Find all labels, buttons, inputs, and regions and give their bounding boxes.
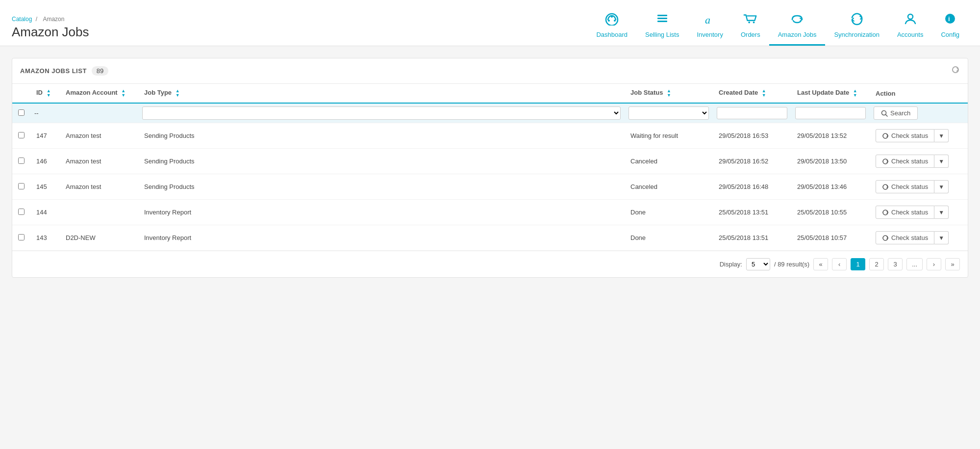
check-status-label: Check status bbox=[891, 183, 928, 190]
check-status-button[interactable]: Check status bbox=[876, 129, 934, 142]
filter-row: -- bbox=[12, 103, 968, 123]
check-status-dropdown[interactable]: ▼ bbox=[934, 129, 949, 142]
check-status-dropdown[interactable]: ▼ bbox=[934, 206, 949, 219]
check-status-label: Check status bbox=[891, 158, 928, 165]
col-job-type[interactable]: Job Type ▲▼ bbox=[138, 84, 625, 103]
row-job-type: Sending Products bbox=[138, 123, 625, 149]
svg-text:a: a bbox=[705, 14, 710, 26]
pagination-page-3[interactable]: 3 bbox=[888, 258, 903, 270]
search-icon bbox=[881, 110, 888, 117]
filter-job-type-select[interactable] bbox=[142, 106, 621, 120]
nav-item-selling-lists[interactable]: Selling Lists bbox=[636, 8, 688, 46]
check-status-label: Check status bbox=[891, 234, 928, 241]
row-checkbox-cell bbox=[12, 123, 30, 149]
filter-status-select[interactable] bbox=[628, 106, 709, 120]
row-checkbox[interactable] bbox=[18, 183, 25, 189]
row-account bbox=[60, 200, 138, 225]
select-all-checkbox[interactable] bbox=[16, 109, 26, 116]
row-checkbox-cell bbox=[12, 174, 30, 200]
nav-item-dashboard[interactable]: Dashboard bbox=[587, 8, 636, 46]
nav-item-synchronization[interactable]: Synchronization bbox=[825, 8, 888, 46]
row-action: Check status ▼ bbox=[870, 174, 968, 200]
filter-status-cell bbox=[625, 103, 713, 123]
sort-updated[interactable]: ▲▼ bbox=[853, 89, 857, 98]
svg-text:i: i bbox=[948, 15, 950, 23]
pagination-prev[interactable]: ‹ bbox=[832, 258, 847, 270]
breadcrumb-catalog[interactable]: Catalog bbox=[12, 16, 32, 23]
col-last-update-date[interactable]: Last Update Date ▲▼ bbox=[791, 84, 870, 103]
table-row: 147 Amazon test Sending Products Waiting… bbox=[12, 123, 968, 149]
sync-icon bbox=[882, 158, 889, 165]
pagination-page-2[interactable]: 2 bbox=[869, 258, 884, 270]
filter-created-cell bbox=[713, 103, 791, 123]
breadcrumb-current: Amazon bbox=[43, 16, 64, 23]
sort-created[interactable]: ▲▼ bbox=[762, 89, 766, 98]
row-checkbox-cell bbox=[12, 200, 30, 225]
table-row: 144 Inventory Report Done 25/05/2018 13:… bbox=[12, 200, 968, 225]
row-checkbox[interactable] bbox=[18, 158, 25, 164]
row-checkbox[interactable] bbox=[18, 209, 25, 215]
pagination-first[interactable]: « bbox=[813, 258, 828, 270]
check-status-button[interactable]: Check status bbox=[876, 206, 934, 219]
nav-item-config[interactable]: i Config bbox=[932, 8, 968, 46]
col-checkbox bbox=[12, 84, 30, 103]
svg-point-3 bbox=[611, 16, 613, 18]
svg-point-11 bbox=[945, 14, 955, 24]
nav-item-accounts[interactable]: Accounts bbox=[888, 8, 932, 46]
display-label: Display: bbox=[720, 261, 742, 268]
row-job-type: Inventory Report bbox=[138, 225, 625, 251]
sort-account[interactable]: ▲▼ bbox=[121, 89, 126, 98]
list-count: 89 bbox=[92, 66, 108, 76]
check-status-button[interactable]: Check status bbox=[876, 231, 934, 244]
check-status-dropdown[interactable]: ▼ bbox=[934, 231, 949, 244]
jobs-table: ID ▲▼ Amazon Account ▲▼ Job Type ▲▼ Job … bbox=[12, 84, 968, 251]
pagination-ellipsis[interactable]: ... bbox=[906, 258, 923, 270]
row-checkbox[interactable] bbox=[18, 132, 25, 138]
check-status-label: Check status bbox=[891, 132, 928, 139]
config-icon: i bbox=[942, 12, 958, 29]
row-job-type: Inventory Report bbox=[138, 200, 625, 225]
row-id: 143 bbox=[30, 225, 60, 251]
nav-item-orders[interactable]: Orders bbox=[732, 8, 769, 46]
list-title: AMAZON JOBS LIST bbox=[20, 67, 87, 75]
filter-updated-input[interactable] bbox=[795, 107, 866, 119]
row-updated: 25/05/2018 10:55 bbox=[791, 200, 870, 225]
filter-created-input[interactable] bbox=[717, 107, 787, 119]
svg-line-14 bbox=[886, 114, 888, 116]
table-row: 143 D2D-NEW Inventory Report Done 25/05/… bbox=[12, 225, 968, 251]
search-button[interactable]: Search bbox=[874, 106, 918, 120]
per-page-select[interactable]: 5 10 25 50 bbox=[746, 258, 770, 270]
col-id[interactable]: ID ▲▼ bbox=[30, 84, 60, 103]
row-checkbox[interactable] bbox=[18, 234, 25, 240]
row-account: Amazon test bbox=[60, 149, 138, 174]
pagination-page-1[interactable]: 1 bbox=[851, 258, 865, 270]
check-status-dropdown[interactable]: ▼ bbox=[934, 180, 949, 193]
row-id: 147 bbox=[30, 123, 60, 149]
sort-status[interactable]: ▲▼ bbox=[667, 89, 671, 98]
col-job-status[interactable]: Job Status ▲▼ bbox=[625, 84, 713, 103]
check-status-button[interactable]: Check status bbox=[876, 155, 934, 168]
pagination-next[interactable]: › bbox=[927, 258, 941, 270]
nav-item-amazon-jobs[interactable]: Amazon Jobs bbox=[769, 8, 826, 46]
row-action: Check status ▼ bbox=[870, 123, 968, 149]
check-status-dropdown[interactable]: ▼ bbox=[934, 155, 949, 168]
col-created-date[interactable]: Created Date ▲▼ bbox=[713, 84, 791, 103]
svg-point-1 bbox=[608, 20, 610, 22]
refresh-icon[interactable] bbox=[951, 65, 960, 77]
col-amazon-account[interactable]: Amazon Account ▲▼ bbox=[60, 84, 138, 103]
filter-checkbox-cell bbox=[12, 103, 30, 123]
nav-label-synchronization: Synchronization bbox=[834, 31, 879, 38]
nav-label-inventory: Inventory bbox=[697, 31, 723, 38]
sort-job-type[interactable]: ▲▼ bbox=[176, 89, 180, 98]
svg-point-9 bbox=[753, 22, 755, 24]
pagination-last[interactable]: » bbox=[945, 258, 960, 270]
accounts-icon bbox=[903, 12, 918, 29]
svg-rect-6 bbox=[657, 21, 667, 22]
nav-label-amazon-jobs: Amazon Jobs bbox=[778, 31, 817, 38]
action-group: Check status ▼ bbox=[876, 206, 962, 219]
sort-id[interactable]: ▲▼ bbox=[47, 89, 51, 98]
nav-item-inventory[interactable]: a Inventory bbox=[688, 8, 731, 46]
check-status-label: Check status bbox=[891, 209, 928, 216]
header: Catalog / Amazon Amazon Jobs Dashboard S… bbox=[0, 0, 980, 46]
check-status-button[interactable]: Check status bbox=[876, 180, 934, 193]
